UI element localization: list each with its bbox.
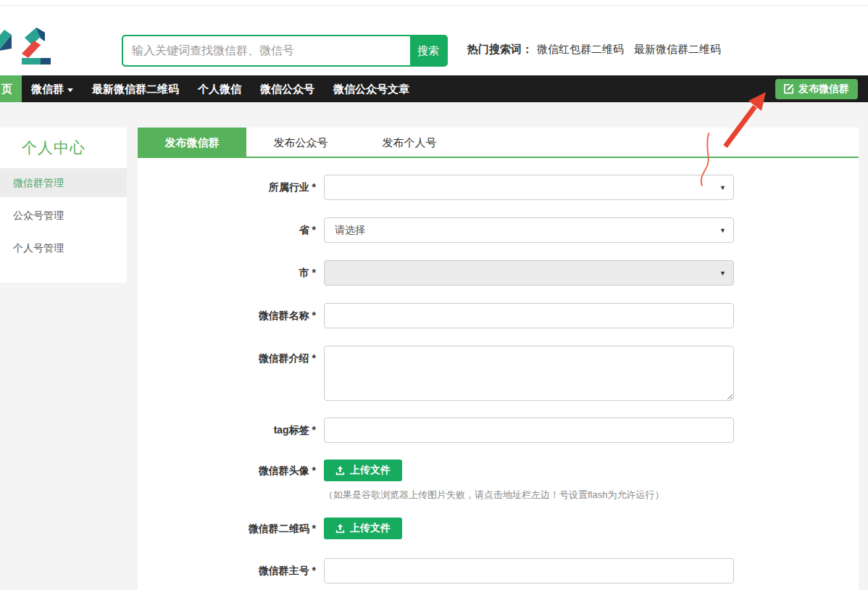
group-avatar-label: 微信群头像 * — [138, 460, 316, 481]
sidebar-item-personal-manage[interactable]: 个人号管理 — [0, 233, 127, 262]
main-panel: 发布微信群 发布公众号 发布个人号 所属行业 * ▼ 省 * 请选择 ▼ 市 * — [138, 128, 859, 590]
tag-label: tag标签 * — [138, 417, 316, 443]
site-logo[interactable] — [0, 25, 59, 66]
nav-item-personal-wechat[interactable]: 个人微信 — [188, 75, 251, 102]
chevron-down-icon — [67, 88, 73, 92]
site-header: 搜索 热门搜索词：微信红包群二维码最新微信群二维码 — [0, 6, 868, 75]
nav-item-official-articles[interactable]: 微信公众号文章 — [324, 75, 419, 102]
hot-search-words: 热门搜索词：微信红包群二维码最新微信群二维码 — [467, 43, 721, 57]
tag-input[interactable] — [324, 417, 734, 443]
nav-item-wechat-group[interactable]: 微信群 — [22, 75, 83, 102]
nav-item-official-account[interactable]: 微信公众号 — [251, 75, 324, 102]
edit-icon — [784, 84, 794, 94]
industry-label: 所属行业 * — [138, 175, 316, 200]
select-arrow-icon: ▼ — [719, 184, 726, 191]
nav-item-latest-qrcode[interactable]: 最新微信群二维码 — [83, 75, 188, 102]
group-owner-input[interactable] — [324, 558, 734, 583]
sidebar-title: 个人中心 — [0, 128, 127, 158]
hot-search-label: 热门搜索词： — [467, 43, 533, 55]
city-label: 市 * — [138, 260, 316, 286]
search-input[interactable] — [123, 36, 410, 65]
upload-icon — [335, 524, 345, 533]
select-arrow-icon: ▼ — [719, 227, 726, 234]
avatar-upload-button[interactable]: 上传文件 — [324, 460, 402, 481]
qrcode-upload-button[interactable]: 上传文件 — [324, 518, 402, 539]
upload-icon — [335, 466, 345, 475]
tab-publish-official[interactable]: 发布公众号 — [246, 128, 355, 157]
group-qrcode-label: 微信群二维码 * — [138, 518, 316, 539]
search-bar: 搜索 — [122, 35, 448, 67]
city-select-disabled: ▼ — [324, 260, 734, 286]
tab-bar: 发布微信群 发布公众号 发布个人号 — [138, 128, 859, 158]
group-intro-label: 微信群介绍 * — [138, 352, 316, 365]
sidebar-item-group-manage[interactable]: 微信群管理 — [0, 168, 127, 197]
sidebar: 个人中心 微信群管理 公众号管理 个人号管理 — [0, 128, 127, 283]
group-name-label: 微信群名称 * — [138, 303, 316, 328]
hot-term-2[interactable]: 最新微信群二维码 — [634, 43, 721, 55]
group-owner-label: 微信群主号 * — [138, 558, 316, 583]
industry-select[interactable]: ▼ — [324, 175, 734, 200]
sidebar-item-official-manage[interactable]: 公众号管理 — [0, 201, 127, 230]
nav-item-home[interactable]: 页 — [0, 75, 22, 102]
tab-publish-personal[interactable]: 发布个人号 — [355, 128, 464, 157]
select-arrow-icon: ▼ — [719, 270, 726, 277]
group-intro-textarea[interactable] — [324, 346, 734, 401]
province-label: 省 * — [138, 217, 316, 243]
tab-publish-group[interactable]: 发布微信群 — [138, 128, 246, 157]
upload-hint: （如果是谷歌浏览器上传图片失败，请点击地址栏左边！号设置flash为允许运行） — [324, 489, 734, 502]
page: 搜索 热门搜索词：微信红包群二维码最新微信群二维码 页 微信群 最新微信群二维码… — [0, 0, 868, 590]
publish-group-button[interactable]: 发布微信群 — [775, 79, 858, 99]
main-nav: 页 微信群 最新微信群二维码 个人微信 微信公众号 微信公众号文章 发布微信群 — [0, 75, 868, 102]
province-select[interactable]: 请选择 ▼ — [324, 217, 734, 243]
hot-term-1[interactable]: 微信红包群二维码 — [537, 43, 624, 55]
search-button[interactable]: 搜索 — [410, 36, 446, 65]
group-name-input[interactable] — [324, 303, 734, 328]
